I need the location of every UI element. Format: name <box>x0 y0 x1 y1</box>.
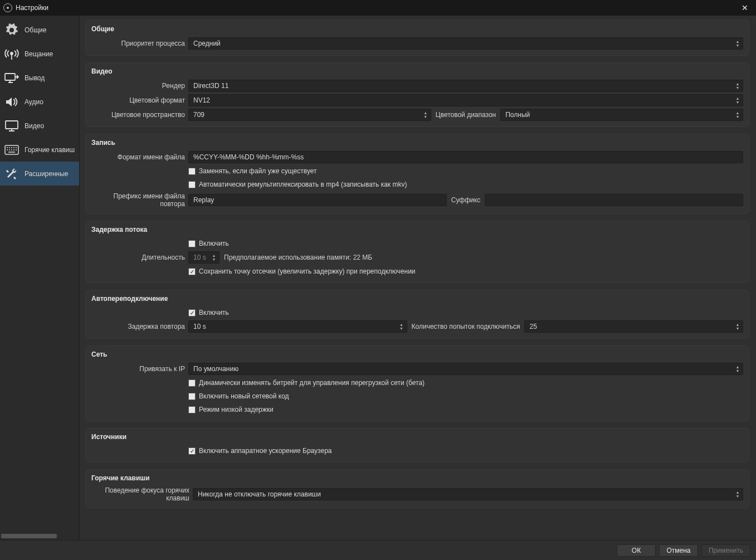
reconnect-enable-checkbox[interactable]: ✓ <box>188 309 196 316</box>
remux-checkbox[interactable]: ✓ <box>188 181 196 188</box>
renderer-combo[interactable]: Direct3D 11 ▲▼ <box>188 80 743 92</box>
color-range-combo[interactable]: Полный ▲▼ <box>500 109 743 121</box>
delay-duration-spin[interactable]: 10 s ▲▼ <box>188 251 220 264</box>
browser-hw-label: Включить аппаратное ускорение Браузера <box>199 447 331 455</box>
bind-ip-value: По умолчанию <box>193 365 238 373</box>
new-netcode-checkbox[interactable]: ✓ <box>188 393 196 400</box>
sidebar-item-label: Видео <box>25 122 44 130</box>
color-format-value: NV12 <box>193 96 210 104</box>
delay-preserve-label: Сохранить точку отсечки (увеличить задер… <box>199 267 416 275</box>
low-latency-checkbox[interactable]: ✓ <box>188 406 196 413</box>
titlebar: Настройки ✕ <box>0 0 756 16</box>
new-netcode-label: Включить новый сетевой код <box>199 392 289 400</box>
sidebar-item-label: Вещание <box>25 50 53 58</box>
retry-delay-spin[interactable]: 10 s ▲▼ <box>188 320 407 333</box>
monitor-icon <box>3 118 20 134</box>
chevron-updown-icon: ▲▼ <box>734 81 742 91</box>
content-pane: Общие Приоритет процесса Средний ▲▼ Виде… <box>80 16 756 540</box>
bind-ip-combo[interactable]: По умолчанию ▲▼ <box>188 363 743 375</box>
remux-label: Автоматически ремультиплексировать в mp4… <box>199 181 407 188</box>
max-retries-value: 25 <box>529 323 536 330</box>
group-general: Общие Приоритет процесса Средний ▲▼ <box>85 20 749 56</box>
bind-ip-label: Привязать к IP <box>91 365 185 373</box>
sidebar-item-advanced[interactable]: Расширенные <box>0 162 79 186</box>
chevron-updown-icon: ▲▼ <box>734 364 742 374</box>
sidebar-item-hotkeys[interactable]: Горячие клавиш <box>0 138 79 162</box>
chevron-updown-icon: ▲▼ <box>734 110 742 120</box>
group-video: Видео Рендер Direct3D 11 ▲▼ Цветовой фор… <box>85 62 749 127</box>
color-space-value: 709 <box>193 111 204 119</box>
group-title: Запись <box>86 137 749 150</box>
priority-combo[interactable]: Средний ▲▼ <box>188 37 743 50</box>
window-title: Настройки <box>16 4 48 12</box>
group-reconnect: Автопереподключение ✓ Включить Задержка … <box>85 290 749 339</box>
filename-format-value: %CCYY-%MM-%DD %hh-%mm-%ss <box>193 153 304 161</box>
sidebar: Общие Вещание Вывод Аудио <box>0 16 80 540</box>
sidebar-item-general[interactable]: Общие <box>0 18 79 42</box>
group-title: Источники <box>86 431 749 444</box>
svg-rect-3 <box>6 121 18 129</box>
group-recording: Запись Формат имени файла %CCYY-%MM-%DD … <box>85 134 749 214</box>
hotkey-focus-value: Никогда не отключать горячие клавиши <box>198 490 321 498</box>
suffix-label: Суффикс <box>450 196 481 204</box>
svg-point-1 <box>11 52 13 55</box>
output-icon <box>3 70 20 86</box>
cancel-button[interactable]: Отмена <box>659 544 698 557</box>
group-title: Задержка потока <box>86 223 749 237</box>
sidebar-item-label: Аудио <box>25 98 43 106</box>
group-title: Общие <box>86 23 749 36</box>
chevron-updown-icon: ▲▼ <box>734 322 742 332</box>
sidebar-item-video[interactable]: Видео <box>0 114 79 138</box>
color-format-label: Цветовой формат <box>91 96 185 104</box>
ok-button[interactable]: ОК <box>617 544 656 557</box>
keyboard-icon <box>3 142 20 158</box>
color-format-combo[interactable]: NV12 ▲▼ <box>188 94 743 106</box>
svg-rect-2 <box>5 74 15 80</box>
max-retries-spin[interactable]: 25 ▲▼ <box>524 320 743 333</box>
chevron-updown-icon: ▲▼ <box>398 322 406 332</box>
chevron-updown-icon: ▲▼ <box>734 95 742 105</box>
priority-label: Приоритет процесса <box>91 40 185 47</box>
svg-point-0 <box>7 7 9 9</box>
suffix-input[interactable] <box>485 194 743 206</box>
filename-format-input[interactable]: %CCYY-%MM-%DD %hh-%mm-%ss <box>188 151 743 163</box>
sidebar-item-label: Вывод <box>25 74 45 82</box>
hotkey-focus-combo[interactable]: Никогда не отключать горячие клавиши ▲▼ <box>193 488 743 500</box>
renderer-value: Direct3D 11 <box>193 82 228 90</box>
delay-memory-hint: Предполагаемое использование памяти: 22 … <box>223 254 373 261</box>
footer: ОК Отмена Применить <box>0 540 756 560</box>
sidebar-item-audio[interactable]: Аудио <box>0 90 79 114</box>
overwrite-label: Заменять, если файл уже существует <box>199 167 317 175</box>
antenna-icon <box>3 46 20 62</box>
app-icon <box>3 3 12 12</box>
low-latency-label: Режим низкой задержки <box>199 406 274 413</box>
sidebar-item-label: Общие <box>25 26 46 34</box>
max-retries-label: Количество попыток подключиться <box>411 323 521 330</box>
filename-format-label: Формат имени файла <box>91 153 185 161</box>
replay-prefix-input[interactable]: Replay <box>188 194 447 206</box>
sidebar-scrollbar[interactable] <box>0 532 79 540</box>
hotkey-focus-label: Поведение фокуса горячих клавиш <box>91 486 189 502</box>
delay-duration-label: Длительность <box>91 254 185 261</box>
color-space-combo[interactable]: 709 ▲▼ <box>188 109 431 121</box>
gear-icon <box>3 22 20 38</box>
group-delay: Задержка потока ✓ Включить Длительность … <box>85 221 749 283</box>
browser-hw-checkbox[interactable]: ✓ <box>188 447 196 455</box>
retry-delay-label: Задержка повтора <box>91 323 185 330</box>
delay-enable-checkbox[interactable]: ✓ <box>188 240 196 247</box>
sidebar-item-label: Горячие клавиш <box>25 146 75 154</box>
close-icon[interactable]: ✕ <box>737 3 753 12</box>
overwrite-checkbox[interactable]: ✓ <box>188 168 196 175</box>
group-title: Сеть <box>86 348 749 362</box>
replay-prefix-label: Префикс имени файла повтора <box>91 192 185 208</box>
tools-icon <box>3 166 20 182</box>
delay-preserve-checkbox[interactable]: ✓ <box>188 268 196 275</box>
delay-duration-value: 10 s <box>193 254 206 261</box>
sidebar-item-stream[interactable]: Вещание <box>0 42 79 66</box>
group-sources: Источники ✓ Включить аппаратное ускорени… <box>85 428 749 462</box>
chevron-updown-icon: ▲▼ <box>210 252 218 262</box>
apply-button[interactable]: Применить <box>701 544 750 557</box>
color-range-label: Цветовой диапазон <box>435 111 497 119</box>
sidebar-item-output[interactable]: Вывод <box>0 66 79 90</box>
dyn-bitrate-checkbox[interactable]: ✓ <box>188 379 196 387</box>
